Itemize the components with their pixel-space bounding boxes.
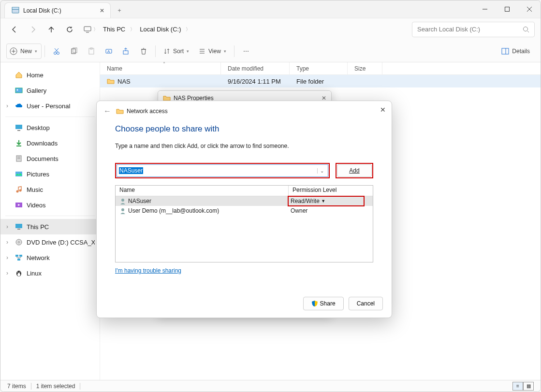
breadcrumb[interactable]: 〉 This PC 〉 Local Disk (C:) 〉: [80, 24, 410, 35]
sidebar-item-downloads[interactable]: Downloads: [0, 135, 100, 151]
up-button[interactable]: [43, 21, 59, 38]
svg-rect-0: [12, 9, 19, 13]
svg-rect-48: [19, 255, 22, 257]
sidebar-item-network[interactable]: Network: [0, 250, 100, 265]
svg-line-16: [55, 48, 58, 52]
copy-button[interactable]: [65, 44, 83, 59]
sidebar-item-user[interactable]: User - Personal: [0, 98, 100, 114]
svg-point-13: [54, 52, 57, 54]
window-tab[interactable]: Local Disk (C:) ✕: [4, 2, 111, 18]
close-icon[interactable]: ✕: [380, 106, 386, 114]
svg-rect-6: [84, 27, 91, 31]
sidebar-item-gallery[interactable]: Gallery: [0, 83, 100, 98]
sidebar-item-videos[interactable]: Videos: [0, 197, 100, 213]
svg-rect-49: [17, 259, 20, 261]
music-icon: [15, 186, 23, 193]
chevron-down-icon: ▾: [187, 49, 189, 54]
pictures-icon: [15, 170, 23, 178]
thispc-icon: [15, 223, 23, 231]
svg-rect-31: [15, 88, 22, 93]
crumb-thispc[interactable]: This PC: [100, 24, 128, 35]
desktop-icon: [15, 124, 23, 131]
sidebar-item-linux[interactable]: Linux: [0, 265, 100, 281]
toolbar: New ▾ A Sort ▾ View ▾ ⋯ Details: [0, 40, 541, 62]
more-button[interactable]: ⋯: [237, 44, 255, 59]
share-button[interactable]: [117, 44, 135, 59]
icons-view-button[interactable]: ▦: [523, 382, 534, 391]
maximize-button[interactable]: [496, 0, 518, 18]
share-button[interactable]: Share: [303, 297, 344, 310]
documents-icon: [15, 155, 23, 162]
column-type[interactable]: Type: [290, 62, 348, 74]
svg-point-54: [121, 199, 124, 202]
svg-point-32: [17, 89, 18, 91]
column-date[interactable]: Date modified: [221, 62, 290, 74]
cut-button[interactable]: [48, 44, 65, 59]
navigation-pane: Home Gallery User - Personal Desktop Dow…: [0, 62, 100, 380]
svg-text:A: A: [107, 49, 110, 54]
sort-indicator-icon: ˄: [163, 61, 165, 67]
crumb-localdisk[interactable]: Local Disk (C:): [137, 24, 184, 35]
perm-col-name[interactable]: Name: [116, 186, 289, 196]
search-input[interactable]: Search Local Disk (C:): [412, 22, 535, 37]
folder-icon: [107, 77, 115, 85]
chevron-icon[interactable]: 〉: [129, 26, 136, 33]
svg-rect-39: [15, 172, 22, 176]
column-name[interactable]: Name: [100, 62, 221, 74]
new-tab-button[interactable]: ＋: [111, 2, 128, 18]
refresh-button[interactable]: [61, 21, 78, 38]
network-access-dialog: ← Network access ✕ Choose people to shar…: [96, 101, 392, 318]
chevron-down-icon: ▾: [35, 49, 37, 54]
file-row-nas[interactable]: NAS 9/16/2024 1:11 PM File folder: [100, 75, 541, 87]
svg-rect-3: [505, 7, 510, 12]
svg-line-15: [55, 48, 58, 52]
sidebar-item-documents[interactable]: Documents: [0, 151, 100, 166]
trouble-sharing-link[interactable]: I'm having trouble sharing: [115, 267, 373, 274]
sidebar-item-music[interactable]: Music: [0, 182, 100, 197]
chevron-icon[interactable]: 〉: [92, 26, 99, 33]
user-icon: [119, 207, 126, 214]
monitor-icon: [84, 26, 91, 33]
perm-col-level[interactable]: Permission Level: [289, 186, 373, 196]
cancel-button[interactable]: Cancel: [349, 297, 383, 310]
close-window-button[interactable]: [518, 0, 541, 18]
column-size[interactable]: Size: [348, 62, 382, 74]
svg-line-9: [527, 31, 529, 32]
gallery-icon: [15, 87, 23, 94]
sidebar-item-dvd[interactable]: DVD Drive (D:) CCSA_X64FR: [0, 234, 100, 250]
perm-row-nasuser[interactable]: NASuser Read/Write ▼: [116, 196, 373, 206]
svg-rect-43: [15, 224, 22, 228]
linux-icon: [15, 269, 23, 277]
chevron-down-icon[interactable]: ⌄: [317, 168, 326, 174]
people-combobox[interactable]: NASuser ⌄: [117, 164, 328, 177]
details-pane-button[interactable]: Details: [497, 44, 535, 59]
sidebar-item-pictures[interactable]: Pictures: [0, 166, 100, 182]
sidebar-item-thispc[interactable]: This PC: [0, 219, 100, 234]
sort-button[interactable]: Sort ▾: [159, 44, 194, 59]
add-button[interactable]: Add: [337, 164, 372, 177]
chevron-icon[interactable]: 〉: [185, 26, 191, 33]
back-button[interactable]: [6, 21, 23, 38]
svg-rect-23: [123, 51, 128, 54]
forward-button[interactable]: [25, 21, 41, 38]
view-button[interactable]: View ▾: [194, 44, 231, 59]
column-headers[interactable]: ˄ Name Date modified Type Size: [100, 62, 541, 75]
dialog-title: Network access: [127, 108, 168, 115]
back-icon[interactable]: ←: [103, 107, 111, 116]
rename-button[interactable]: A: [100, 44, 117, 59]
perm-dropdown[interactable]: Read/Write ▼: [289, 198, 373, 204]
details-view-button[interactable]: ≡: [512, 382, 523, 391]
delete-button[interactable]: [135, 44, 152, 59]
videos-icon: [15, 201, 23, 209]
sidebar-item-desktop[interactable]: Desktop: [0, 120, 100, 135]
tab-close-icon[interactable]: ✕: [99, 7, 105, 14]
sidebar-item-home[interactable]: Home: [0, 67, 100, 83]
perm-row-userdemo[interactable]: User Demo (m__lab@outlook.com) Owner: [116, 206, 373, 216]
folder-icon: [116, 107, 124, 115]
highlight-box-add: Add: [336, 163, 373, 178]
svg-point-55: [121, 208, 124, 211]
new-button[interactable]: New ▾: [6, 44, 42, 59]
dvd-icon: [15, 238, 23, 246]
svg-point-52: [17, 272, 18, 273]
minimize-button[interactable]: [474, 0, 496, 18]
